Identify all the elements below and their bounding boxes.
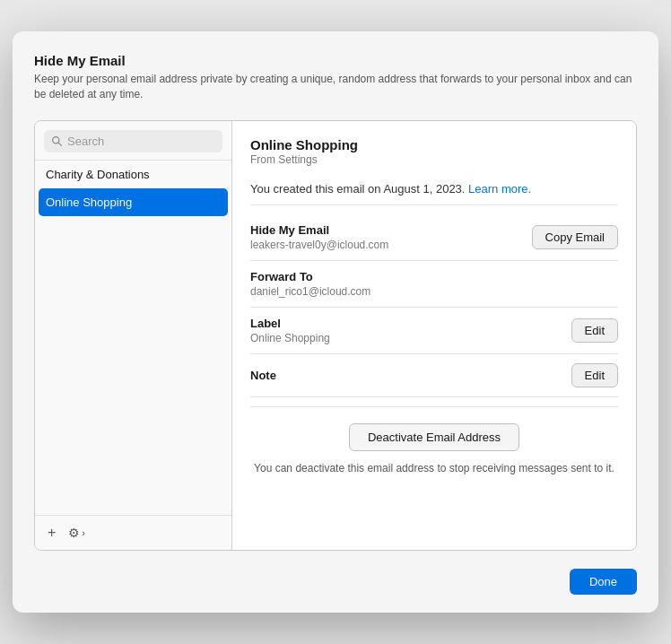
forward-label: Forward To [250,270,370,283]
search-input[interactable] [67,135,215,148]
forward-row: Forward To daniel_rico1@icloud.com [250,261,618,308]
add-button[interactable]: + [44,523,59,543]
label-field-label: Label [250,317,330,330]
note-edit-button[interactable]: Edit [571,363,618,387]
main-section-title: Online Shopping [250,137,618,152]
sidebar-footer: + ⚙ › [35,515,231,550]
sidebar-item-charity[interactable]: Charity & Donations [35,161,231,188]
dialog-footer: Done [34,565,637,595]
email-row: Hide My Email leakers-travel0y@icloud.co… [250,214,618,261]
note-label: Note [250,369,276,382]
created-row: You created this email on August 1, 2023… [250,175,618,205]
main-from-label: From Settings [250,153,618,166]
dialog-header: Hide My Email Keep your personal email a… [34,53,637,106]
dialog-title: Hide My Email [34,53,637,68]
email-info-left: Hide My Email leakers-travel0y@icloud.co… [250,223,388,251]
dialog-body: Charity & Donations Online Shopping + ⚙ … [34,120,637,551]
main-content: Online Shopping From Settings You create… [232,121,636,550]
label-edit-button[interactable]: Edit [571,318,618,343]
done-button[interactable]: Done [570,569,637,595]
dialog-subtitle: Keep your personal email address private… [34,72,637,102]
created-text: You created this email on August 1, 2023… [250,182,465,196]
label-field-value: Online Shopping [250,332,330,344]
label-info-left: Label Online Shopping [250,317,330,344]
email-label: Hide My Email [250,223,388,237]
hide-my-email-dialog: Hide My Email Keep your personal email a… [13,31,658,613]
gear-icon: ⚙ [68,526,80,540]
deactivate-button[interactable]: Deactivate Email Address [349,423,519,451]
deactivate-note: You can deactivate this email address to… [254,460,614,476]
sidebar: Charity & Donations Online Shopping + ⚙ … [35,121,232,550]
learn-more-link[interactable]: Learn more. [468,182,531,196]
copy-email-button[interactable]: Copy Email [532,225,618,249]
sidebar-items: Charity & Donations Online Shopping [35,161,231,515]
forward-info-left: Forward To daniel_rico1@icloud.com [250,270,370,298]
chevron-icon: › [82,527,85,538]
deactivate-section: Deactivate Email Address You can deactiv… [250,406,618,476]
note-row: Note Edit [250,354,618,397]
sidebar-item-online-shopping[interactable]: Online Shopping [39,188,228,216]
email-value: leakers-travel0y@icloud.com [250,239,388,251]
search-icon [51,135,63,147]
settings-button[interactable]: ⚙ › [65,524,89,542]
svg-line-1 [58,143,61,145]
search-container [35,121,231,161]
note-info-left: Note [250,369,276,382]
forward-value: daniel_rico1@icloud.com [250,285,370,298]
label-row: Label Online Shopping Edit [250,308,618,354]
search-box [44,130,222,152]
